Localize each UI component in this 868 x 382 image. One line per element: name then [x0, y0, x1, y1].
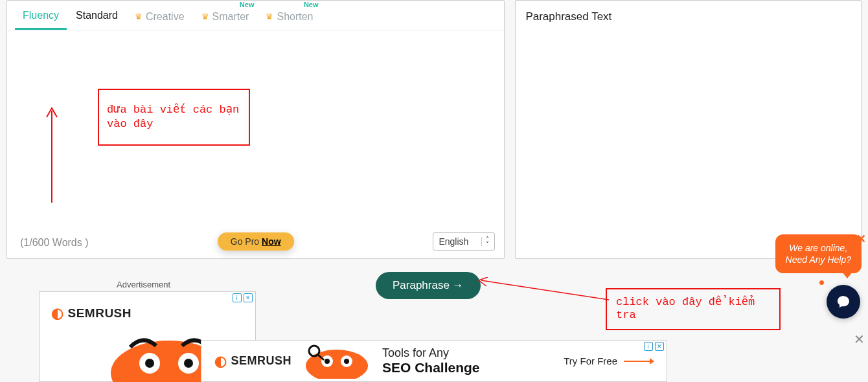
advertisement-label: Advertisement	[117, 280, 170, 289]
svg-point-6	[184, 359, 193, 368]
banner-line1: Tools for Any	[382, 346, 480, 360]
ad-close-icon[interactable]: ✕	[655, 342, 664, 351]
stepper-icon: ˄˅	[481, 237, 489, 246]
ad-info-icons[interactable]: i✕	[233, 293, 253, 302]
ad-info-icon[interactable]: i	[644, 342, 653, 351]
tab-creative-label: Creative	[146, 11, 185, 23]
svg-point-9	[325, 359, 330, 364]
svg-point-7	[306, 350, 368, 379]
banner-illustration	[298, 343, 369, 379]
semrush-logo: ◐ SEMRUSH	[214, 353, 291, 370]
semrush-brand-text: SEMRUSH	[231, 354, 292, 368]
banner-cta-text: Try For Free	[564, 355, 617, 366]
paraphrase-button[interactable]: Paraphrase →	[376, 272, 481, 299]
tab-creative[interactable]: ♛ Creative	[127, 6, 192, 30]
annotation-arrow-to-button	[476, 277, 609, 303]
semrush-logo: ◐ SEMRUSH	[51, 305, 131, 322]
input-textarea[interactable]: đưa bài viết các bạn vào đây	[7, 30, 504, 225]
svg-point-12	[309, 346, 319, 356]
banner-text: Tools for Any SEO Challenge	[382, 346, 480, 376]
word-count-label: (1/600 Words )	[20, 237, 89, 249]
tab-smarter-label: Smarter	[212, 11, 249, 23]
chat-launcher-button[interactable]	[827, 285, 860, 319]
new-badge: New	[304, 1, 319, 8]
svg-point-4	[145, 359, 154, 368]
output-label: Paraphrased Text	[525, 10, 851, 23]
go-pro-prefix: Go Pro	[231, 236, 262, 247]
tab-standard[interactable]: Standard	[68, 6, 126, 30]
new-badge: New	[240, 1, 255, 8]
ad-info-icons[interactable]: i✕	[644, 342, 664, 351]
go-pro-bold: Now	[262, 236, 281, 247]
chat-icon	[836, 294, 851, 309]
annotation-box-1: đưa bài viết các bạn vào đây	[98, 89, 250, 146]
tab-smarter[interactable]: New ♛ Smarter	[194, 6, 257, 30]
banner-close-icon[interactable]: ✕	[854, 331, 865, 347]
chat-line2: Need Any Help?	[786, 254, 851, 265]
annotation-box-2: click vào đây để kiểm tra	[606, 288, 781, 330]
flame-icon: ◐	[214, 353, 227, 370]
chat-help-bubble[interactable]: We are online, Need Any Help?	[775, 234, 862, 273]
language-select[interactable]: English ˄˅	[433, 232, 495, 251]
tab-fluency[interactable]: Fluency	[15, 6, 67, 30]
banner-ad[interactable]: i✕ ◐ SEMRUSH Tools for Any SEO Challenge…	[201, 340, 667, 382]
crown-icon: ♛	[201, 12, 209, 21]
chat-line1: We are online,	[786, 242, 851, 254]
ad-info-icon[interactable]: i	[233, 293, 242, 302]
tab-shorten[interactable]: New ♛ Shorten	[258, 6, 321, 30]
chat-bubble-dot	[819, 280, 824, 285]
semrush-brand-text: SEMRUSH	[68, 306, 132, 320]
crown-icon: ♛	[135, 12, 143, 21]
banner-cta[interactable]: Try For Free	[564, 355, 654, 366]
tab-shorten-label: Shorten	[277, 11, 313, 23]
svg-line-1	[481, 280, 609, 300]
language-value: English	[439, 236, 468, 247]
ad-close-icon[interactable]: ✕	[244, 293, 253, 302]
annotation-up-arrow	[45, 106, 59, 203]
svg-point-11	[344, 359, 349, 364]
output-panel: Paraphrased Text	[515, 0, 862, 259]
arrow-right-icon	[624, 361, 654, 362]
input-panel: Fluency Standard ♛ Creative New ♛ Smarte…	[6, 0, 505, 259]
crown-icon: ♛	[266, 12, 273, 21]
banner-line2: SEO Challenge	[382, 360, 480, 376]
mode-tabs: Fluency Standard ♛ Creative New ♛ Smarte…	[7, 1, 504, 30]
go-pro-button[interactable]: Go Pro Now	[218, 232, 294, 251]
flame-icon: ◐	[51, 305, 64, 322]
